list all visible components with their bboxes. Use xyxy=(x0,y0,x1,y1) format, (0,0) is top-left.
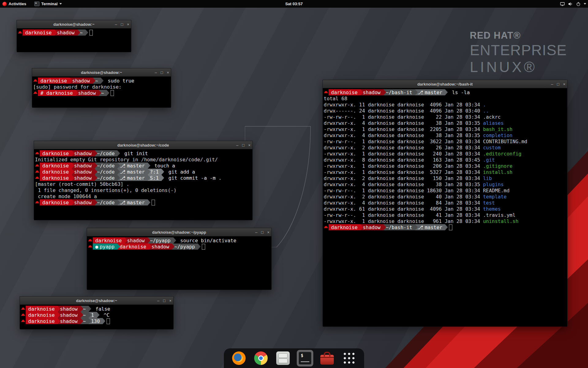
window-titlebar[interactable]: darknoise@shadow:~/pyapp – □ × xyxy=(87,228,271,236)
maximize-button[interactable]: □ xyxy=(161,71,163,75)
output-text: .ackrc xyxy=(483,114,501,120)
output-text: total 68 xyxy=(324,96,347,102)
output-text: drwxrwxr-x. 61 darknoise darknoise 4096 … xyxy=(324,206,483,212)
redhat-logo-icon xyxy=(2,2,7,6)
terminal-prompt-line: # darknoiseshadow~ xyxy=(33,90,171,96)
prompt-segment-path: ~/code xyxy=(95,163,118,169)
terminal-output-line: total 68 xyxy=(324,95,567,102)
prompt-segment-red: darknoise xyxy=(40,163,72,169)
minimize-button[interactable]: – xyxy=(236,143,238,147)
terminal-output-line: -rwxrwxr-x. 1 darknoise darknoise 961 Ja… xyxy=(324,218,567,224)
minimize-button[interactable]: – xyxy=(155,71,157,75)
app-menu[interactable]: Terminal xyxy=(34,2,62,6)
prompt-segment-red: darknoise xyxy=(38,78,70,84)
maximize-button[interactable]: □ xyxy=(163,299,166,303)
prompt-segment-red: darknoise xyxy=(26,312,58,318)
power-icon[interactable] xyxy=(576,2,581,6)
terminal-prompt-line: darknoiseshadow~/pyapp source bin/activa… xyxy=(88,237,271,243)
close-button[interactable]: × xyxy=(127,22,129,26)
maximize-button[interactable]: □ xyxy=(557,82,560,86)
prompt-segment-red: darknoise xyxy=(26,318,58,324)
window-title: darknoise@shadow:~ xyxy=(53,22,94,27)
terminal-prompt-line: darknoiseshadow~/code⎇master?:1 git add … xyxy=(35,169,252,175)
prompt-segment-red: darknoise xyxy=(117,243,149,250)
close-button[interactable]: × xyxy=(563,82,565,86)
minimize-button[interactable]: – xyxy=(551,82,553,86)
minimize-button[interactable]: – xyxy=(157,299,159,303)
volume-icon[interactable] xyxy=(568,2,573,6)
terminal-content[interactable]: darknoiseshadow~ falsedarknoiseshadow~1 … xyxy=(20,305,173,329)
terminal-content[interactable]: darknoiseshadow~/pyapp source bin/activa… xyxy=(87,236,271,290)
terminal-output-line: drwxrwxr-x. 4 darknoise darknoise 38 Jan… xyxy=(324,120,567,126)
clock[interactable]: Sat 03:57 xyxy=(285,2,303,6)
window-titlebar[interactable]: darknoise@shadow:~ – □ × xyxy=(20,297,173,305)
terminal-cursor xyxy=(449,224,452,230)
redhat-prompt-icon xyxy=(18,29,23,36)
terminal-prompt-line: darknoiseshadow~/bash-it⎇master ls -la xyxy=(324,89,567,95)
prompt-segment-red: darknoise xyxy=(23,29,55,36)
close-button[interactable]: × xyxy=(167,71,169,75)
redhat-prompt-icon xyxy=(21,312,26,318)
brand-line-enterprise: ENTERPRISE xyxy=(470,42,567,59)
app-menu-label: Terminal xyxy=(41,2,58,6)
activities-label: Activities xyxy=(9,2,26,6)
dock-item-files[interactable] xyxy=(275,350,291,366)
prompt-segment-red: darknoise xyxy=(329,224,360,230)
terminal-output-line: drwxrwxr-x. 4 darknoise darknoise 84 Jan… xyxy=(324,200,567,206)
output-text: -rwxrwxr-x. 1 darknoise darknoise 206 Ja… xyxy=(324,163,483,169)
output-text: [master (root-commit) 50bcb63] . xyxy=(35,181,129,187)
redhat-prompt-icon xyxy=(35,150,40,156)
system-tray[interactable] xyxy=(560,0,586,8)
prompt-segment-red: darknoise xyxy=(40,199,72,205)
window-title: darknoise@shadow:~/code xyxy=(117,143,169,148)
redhat-prompt-icon xyxy=(324,89,329,95)
prompt-segment-path: ~/pyapp xyxy=(172,243,198,250)
minimize-button[interactable]: – xyxy=(115,22,117,26)
dock-item-firefox[interactable] xyxy=(231,350,247,366)
close-button[interactable]: × xyxy=(169,299,172,303)
command-text: ^C xyxy=(101,312,110,318)
command-text: git add a xyxy=(165,169,195,175)
dock-item-chrome[interactable] xyxy=(253,350,269,366)
prompt-segment-path: ~/code xyxy=(95,175,118,181)
display-icon[interactable] xyxy=(560,2,565,6)
prompt-segment-path: ~/code xyxy=(95,150,118,156)
branch-icon: ⎇ xyxy=(120,175,125,181)
file-name-dir: template xyxy=(483,194,507,200)
activities-button[interactable]: Activities xyxy=(2,2,26,6)
window-titlebar[interactable]: darknoise@shadow:~/bash-it – □ × xyxy=(323,80,567,88)
chrome-icon xyxy=(254,351,268,365)
prompt-segment-red: darknoise xyxy=(26,306,58,312)
window-titlebar[interactable]: darknoise@shadow:~ – □ × xyxy=(32,68,171,77)
terminal-content[interactable]: darknoiseshadow~/code git initInitialize… xyxy=(34,149,252,220)
dock-item-toolbox[interactable] xyxy=(319,350,335,366)
dock-item-terminal[interactable] xyxy=(297,350,313,366)
maximize-button[interactable]: □ xyxy=(261,230,264,234)
close-button[interactable]: × xyxy=(248,143,251,147)
terminal-prompt-line: darknoiseshadow~ false xyxy=(21,306,173,312)
caret-down-icon[interactable] xyxy=(584,3,586,5)
output-text: README.md xyxy=(483,188,510,194)
command-text: ls -la xyxy=(449,90,469,95)
terminal-prompt-line: ●pyappdarknoiseshadow~/pyapp xyxy=(88,243,271,250)
python-icon: ● xyxy=(95,244,98,250)
terminal-content[interactable]: darknoiseshadow~ xyxy=(17,29,131,52)
window-titlebar[interactable]: darknoise@shadow:~/code – □ × xyxy=(34,141,252,149)
prompt-segment-git: ⎇master xyxy=(117,169,147,175)
terminal-content[interactable]: darknoiseshadow~/bash-it⎇master ls -lato… xyxy=(323,88,567,327)
branch-icon: ⎇ xyxy=(120,169,125,175)
branch-icon: ⎇ xyxy=(417,90,423,95)
window-titlebar[interactable]: darknoise@shadow:~ – □ × xyxy=(17,20,131,29)
close-button[interactable]: × xyxy=(267,230,270,234)
terminal-cursor xyxy=(111,90,114,96)
maximize-button[interactable]: □ xyxy=(242,143,245,147)
maximize-button[interactable]: □ xyxy=(121,22,123,26)
prompt-segment-darkred: shadow xyxy=(76,90,99,96)
terminal-content[interactable]: darknoiseshadow~ sudo true[sudo] passwor… xyxy=(32,77,171,108)
minimize-button[interactable]: – xyxy=(255,230,257,234)
redhat-prompt-icon xyxy=(21,306,26,312)
prompt-segment-path: ~/bash-it xyxy=(383,224,415,230)
terminal-cursor xyxy=(202,244,205,250)
redhat-prompt-icon xyxy=(88,243,93,250)
dock-item-app-grid[interactable] xyxy=(341,350,357,366)
